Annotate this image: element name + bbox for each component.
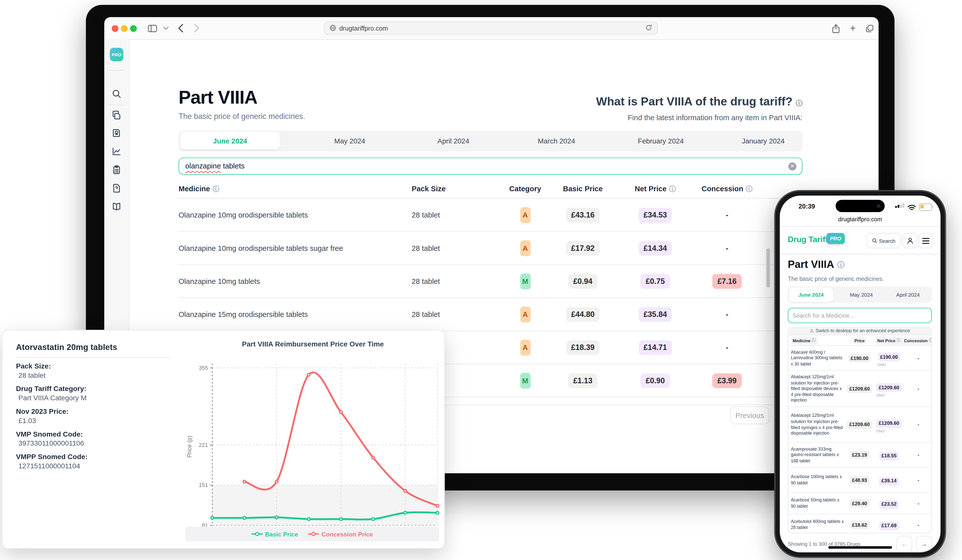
category-badge: A	[520, 240, 531, 256]
search-text-misspelled: olanzapine	[186, 162, 221, 171]
tab-june-2024[interactable]: June 2024	[180, 132, 280, 150]
page-scrollbar[interactable]	[766, 248, 770, 288]
svg-text:Price (p): Price (p)	[186, 436, 193, 458]
category-badge: A	[520, 306, 531, 322]
area-chart-icon[interactable]	[112, 146, 121, 156]
phone-medicine-search-input[interactable]: Search for a Medicine...	[788, 308, 932, 323]
legend-basic-price: Basic Price	[252, 531, 298, 537]
tab-april-2024[interactable]: April 2024	[413, 131, 493, 151]
clear-search-icon[interactable]: ✕	[788, 162, 796, 170]
help-file-icon[interactable]	[112, 183, 121, 193]
concession-value: -	[918, 355, 919, 361]
share-icon[interactable]	[830, 22, 842, 34]
tab-january-2024[interactable]: January 2024	[723, 131, 803, 151]
dnd-label: DND	[876, 428, 902, 433]
back-button[interactable]	[174, 22, 187, 34]
chevron-down-icon[interactable]	[160, 22, 172, 34]
url-bar[interactable]: drugtariffpro.com	[324, 21, 658, 35]
page-subtitle: The basic price of generic medicines.	[179, 112, 305, 121]
documents-icon[interactable]	[112, 109, 121, 119]
signal-icon	[895, 203, 904, 208]
menu-button[interactable]	[918, 233, 933, 248]
drug-detail-popup: × Atorvastatin 20mg tablets Pack Size: 2…	[2, 330, 445, 549]
col-concession[interactable]: Concessionⓘ	[686, 184, 769, 193]
table-row[interactable]: Olanzapine 10mg tablets 28 tablet M £0.9…	[179, 265, 803, 298]
person-icon	[906, 237, 914, 245]
info-icon[interactable]: ⓘ	[669, 184, 676, 193]
tab-june-2024[interactable]: June 2024	[789, 287, 833, 302]
price-chart-panel: Part VIIIA Reimbursement Price Over Time…	[184, 335, 442, 544]
phone-table-row[interactable]: Acarbose 100mg tablets x 90 tablet £48.9…	[788, 468, 931, 493]
prev-page-button[interactable]: ←	[896, 536, 912, 552]
mockup-stage: drugtariffpro.com + PRO	[0, 0, 962, 560]
concession-value: -	[918, 386, 919, 391]
tab-april-2024[interactable]: April 2024	[886, 286, 930, 303]
info-icon[interactable]: ⓘ	[837, 260, 844, 270]
medicine-search-input[interactable]: olanzapine tablets ✕	[179, 158, 803, 175]
pro-logo[interactable]: PRO	[110, 48, 123, 61]
svg-text:355: 355	[199, 365, 208, 371]
search-button[interactable]: Search	[866, 233, 901, 248]
account-button[interactable]	[902, 233, 917, 248]
phone-table-row[interactable]: Abatacept 125mg/1ml solution for injecti…	[788, 371, 931, 407]
phone-table-row[interactable]: Abatacept 125mg/1ml solution for injecti…	[788, 407, 931, 443]
col-basic-price: Basic Price	[541, 185, 625, 193]
info-icon[interactable]: ⓘ	[746, 184, 752, 193]
next-page-button[interactable]: →	[916, 536, 932, 552]
tab-february-2024[interactable]: February 2024	[620, 131, 702, 151]
info-icon[interactable]: ⓘ	[796, 100, 802, 107]
net-price-badge: £1209.60	[876, 383, 902, 392]
chart-title: Part VIIIA Reimbursement Price Over Time	[184, 340, 442, 348]
minimize-window-button[interactable]	[121, 25, 128, 32]
battery-icon	[919, 204, 932, 211]
phone-table-row[interactable]: Acarbose 50mg tablets x 90 tablet £29.40…	[788, 493, 931, 515]
phone-table-row[interactable]: Acebutolol 400mg tablets x 28 tablet £18…	[788, 515, 931, 533]
field-vmp-code: VMP Snomed Code: 39733011000001106	[16, 430, 176, 447]
certificate-icon[interactable]	[112, 128, 121, 138]
svg-text:221: 221	[199, 442, 208, 448]
reload-icon[interactable]	[645, 23, 652, 34]
col-pack-size: Pack Size	[412, 185, 510, 193]
table-row[interactable]: Olanzapine 10mg orodispersible tablets s…	[179, 232, 803, 265]
pack-size: 28 tablet	[412, 310, 510, 319]
search-icon	[872, 238, 877, 243]
phone-month-tabs: June 2024 May 2024 April 2024	[788, 286, 932, 303]
new-tab-icon[interactable]: +	[847, 22, 859, 34]
previous-page-button[interactable]: Previous	[730, 407, 769, 424]
col-net-price[interactable]: Net Priceⓘ	[625, 184, 686, 193]
table-row[interactable]: Olanzapine 10mg orodispersible tablets 2…	[179, 198, 803, 232]
info-icon[interactable]: ⓘ	[212, 184, 219, 193]
phone-table-row[interactable]: Acamprosate 333mg gastro-resistant table…	[788, 443, 931, 468]
table-row[interactable]: Olanzapine 15mg orodispersible tablets 2…	[179, 298, 803, 331]
svg-text:151: 151	[199, 482, 208, 488]
tab-march-2024[interactable]: March 2024	[517, 131, 596, 151]
clipboard-list-icon[interactable]	[112, 165, 121, 175]
phone-screen: 20:39 drugtariffpro.com Drug Tariff PRO …	[780, 196, 941, 552]
search-icon[interactable]	[112, 89, 121, 99]
tab-may-2024[interactable]: May 2024	[310, 131, 389, 151]
hamburger-icon	[922, 238, 930, 244]
book-icon[interactable]	[112, 202, 121, 212]
col-medicine[interactable]: Medicineⓘ	[179, 184, 412, 193]
pro-badge: PRO	[826, 233, 845, 244]
tab-may-2024[interactable]: May 2024	[841, 286, 882, 303]
medicine-name: Olanzapine 15mg orodispersible tablets	[179, 310, 412, 319]
category-badge: A	[520, 340, 531, 356]
close-window-button[interactable]	[112, 25, 118, 32]
phone-table-row[interactable]: Abacavir 600mg / Lamivudine 300mg tablet…	[788, 346, 931, 371]
price-badge: £18.62	[849, 520, 870, 529]
medicine-name: Olanzapine 10mg tablets	[179, 277, 412, 285]
field-nov-price: Nov 2023 Price: £1.03	[16, 408, 176, 424]
category-badge: M	[520, 372, 531, 388]
forward-button[interactable]	[190, 22, 202, 34]
basic-price-badge: £43.16	[566, 208, 599, 222]
basic-price-badge: £18.39	[566, 340, 599, 355]
brand-logo[interactable]: Drug Tariff	[788, 235, 828, 244]
medicine-name: Olanzapine 10mg orodispersible tablets	[179, 211, 412, 219]
zoom-window-button[interactable]	[130, 25, 137, 32]
home-indicator[interactable]	[828, 546, 892, 549]
phone-url[interactable]: drugtariffpro.com	[780, 216, 941, 222]
concession-value: -	[726, 211, 728, 219]
sidebar-toggle-icon[interactable]	[146, 22, 158, 34]
tab-overview-icon[interactable]	[863, 22, 876, 34]
